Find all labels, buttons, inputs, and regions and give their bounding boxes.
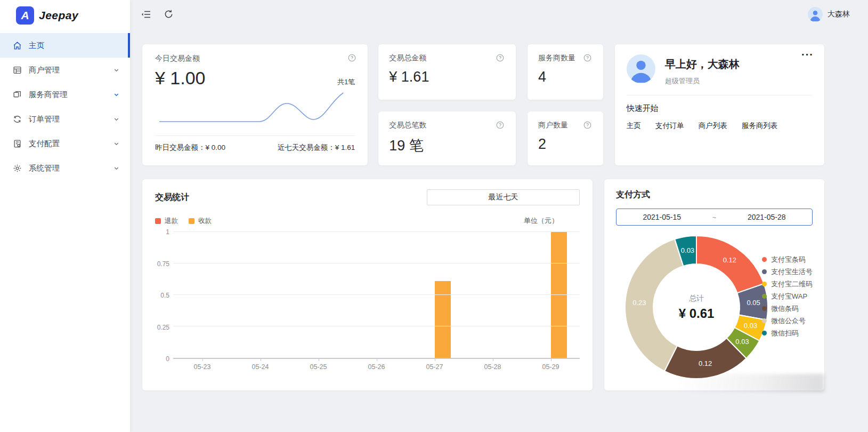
donut-legend-item-微信公众号[interactable]: 微信公众号 (762, 315, 813, 327)
mch-count-value: 2 (538, 136, 593, 153)
help-circle-icon[interactable] (583, 54, 591, 62)
date-range-start[interactable]: 2021-05-15 (616, 213, 708, 221)
bar-slot (522, 232, 580, 358)
sidebar: A Jeepay 主页 商户管理 服务商管理 订单 (0, 0, 130, 432)
x-axis-label: 05-27 (405, 363, 464, 371)
username: 大森林 (828, 10, 850, 19)
quick-link-home[interactable]: 主页 (627, 121, 641, 131)
date-range-end[interactable]: 2021-05-28 (721, 213, 813, 221)
card-title: 交易总金额 (389, 53, 505, 63)
x-tick (493, 359, 493, 361)
bar-收款 (435, 281, 451, 358)
donut-legend-item-支付宝WAP[interactable]: 支付宝WAP (762, 290, 813, 302)
legend-dot (762, 269, 767, 274)
donut-legend-item-微信扫码[interactable]: 微信扫码 (762, 327, 813, 339)
gridline (173, 326, 580, 326)
help-circle-icon[interactable] (496, 121, 504, 129)
donut-slice-label: 0.12 (723, 256, 736, 264)
date-range-picker[interactable]: 2021-05-15 ~ 2021-05-28 (616, 209, 813, 226)
y-tick-label: 0.25 (157, 324, 169, 331)
trend-sparkline (155, 90, 355, 135)
chevron-down-icon (113, 92, 119, 98)
x-axis-label: 05-24 (231, 363, 289, 371)
card-payment-methods: 支付方式 2021-05-15 ~ 2021-05-28 0.120.050.0… (604, 179, 824, 390)
reload-icon[interactable] (164, 9, 174, 20)
bar-chart-legend: 退款收款 (155, 217, 212, 226)
range-select[interactable]: 最近七天 (427, 189, 580, 205)
legend-dot (762, 318, 767, 323)
sidebar-item-label: 支付配置 (29, 139, 60, 149)
bar-slot (289, 232, 347, 358)
user-menu[interactable]: 大森林 (808, 7, 850, 22)
divider (627, 95, 813, 95)
sidebar-item-pay-config[interactable]: 支付配置 (0, 131, 130, 156)
y-tick-label: 0.5 (160, 292, 169, 299)
sidebar-item-merchant-mgmt[interactable]: 商户管理 (0, 58, 130, 82)
help-circle-icon[interactable] (496, 54, 504, 62)
legend-item-退款[interactable]: 退款 (155, 217, 178, 226)
x-tick (435, 359, 435, 361)
week-label: 近七天交易金额： (278, 143, 335, 151)
x-axis-label: 05-28 (464, 363, 522, 371)
cluster-icon (13, 90, 22, 99)
brand-logo-icon: A (16, 6, 34, 25)
donut-slice-label: 0.23 (632, 299, 646, 307)
topbar: 大森林 (130, 0, 868, 29)
donut-legend-item-支付宝条码[interactable]: 支付宝条码 (762, 253, 813, 266)
bar-slots (173, 232, 580, 358)
sidebar-item-order-mgmt[interactable]: 订单管理 (0, 107, 130, 131)
sidebar-item-system-mgmt[interactable]: 系统管理 (0, 156, 130, 180)
gridline (173, 294, 580, 295)
today-footer: 昨日交易金额：¥ 0.00 近七天交易金额：¥ 1.61 (155, 135, 355, 160)
orders-sync-icon (13, 115, 22, 124)
legend-dot (762, 282, 767, 286)
unit-label: 单位（元） (524, 216, 580, 226)
bar-slot (347, 232, 405, 358)
legend-label: 支付宝WAP (771, 292, 807, 301)
legend-swatch (155, 218, 161, 224)
card-title: 交易总笔数 (389, 121, 505, 130)
x-tick (202, 359, 203, 361)
sidebar-item-home[interactable]: 主页 (0, 33, 130, 58)
ellipsis-icon[interactable]: ··· (801, 49, 814, 61)
pie-title: 支付方式 (616, 189, 813, 201)
sidebar-item-label: 系统管理 (29, 163, 60, 173)
y-tick-label: 0 (166, 355, 169, 363)
quick-link-isv-list[interactable]: 服务商列表 (742, 121, 778, 131)
x-axis-label: 05-29 (522, 363, 580, 371)
gear-icon (13, 164, 22, 173)
gridline (173, 263, 580, 263)
donut-legend-item-微信条码[interactable]: 微信条码 (762, 302, 813, 315)
x-tick (551, 359, 551, 361)
quick-link-merchant-list[interactable]: 商户列表 (699, 121, 727, 131)
donut-legend-item-支付宝二维码[interactable]: 支付宝二维码 (762, 278, 813, 290)
chevron-down-icon (113, 116, 119, 122)
donut-slice-支付宝条码 (696, 236, 764, 293)
legend-item-收款[interactable]: 收款 (189, 217, 212, 226)
sidebar-item-label: 服务商管理 (29, 90, 68, 100)
week-value: ¥ 1.61 (335, 143, 355, 151)
donut-legend-item-支付宝生活号[interactable]: 支付宝生活号 (762, 266, 813, 278)
help-circle-icon[interactable] (348, 54, 356, 62)
donut-slice-label: 0.05 (747, 299, 760, 307)
bar-slot (231, 232, 289, 358)
shop-icon (13, 66, 22, 75)
legend-label: 微信扫码 (771, 329, 799, 338)
help-circle-icon[interactable] (583, 121, 591, 129)
sidebar-item-isv-mgmt[interactable]: 服务商管理 (0, 82, 130, 107)
today-count: 共1笔 (337, 77, 355, 87)
brand-logo[interactable]: A Jeepay (0, 0, 130, 31)
quick-link-pay-orders[interactable]: 支付订单 (655, 121, 684, 131)
greeting-title: 早上好，大森林 (665, 57, 740, 71)
user-avatar-icon (808, 7, 823, 22)
legend-label: 退款 (165, 217, 178, 226)
menu-fold-icon[interactable] (141, 9, 152, 20)
x-axis-label: 05-23 (173, 363, 231, 371)
date-range-separator: ~ (708, 213, 721, 221)
dashboard-content: 今日交易金额 ¥ 1.00 共1笔 昨日交易金额：¥ 0.00 近七天交易金额：… (142, 44, 824, 390)
donut-svg: 0.120.050.030.030.120.230.03 (619, 230, 774, 385)
chevron-down-icon (113, 67, 119, 73)
quick-start-title: 快速开始 (627, 103, 813, 114)
y-axis: 10.750.50.250 (155, 232, 173, 359)
legend-label: 支付宝二维码 (771, 279, 813, 289)
